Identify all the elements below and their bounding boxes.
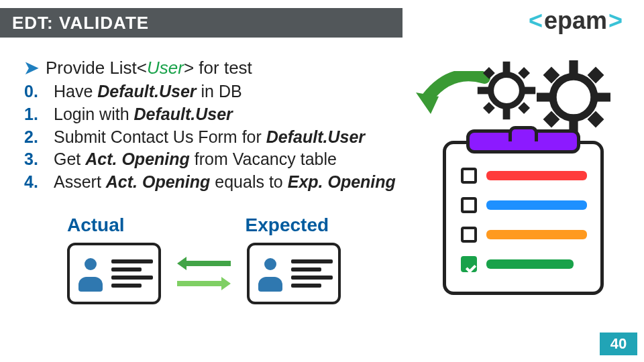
step-text: Assert Act. Opening equals to Exp. Openi… — [54, 171, 400, 194]
clip-item-1 — [461, 167, 587, 184]
clipboard-icon — [443, 141, 604, 295]
svg-rect-8 — [483, 67, 495, 79]
step-number: 4. — [24, 171, 54, 194]
svg-rect-17 — [596, 93, 610, 101]
slide-title-bar: EDT: VALIDATE — [0, 8, 402, 38]
svg-marker-0 — [177, 257, 231, 270]
step-text: Login with Default.User — [54, 103, 400, 126]
clipboard-tab — [466, 129, 580, 154]
compare-graphic — [67, 243, 341, 304]
step-row: 1. Login with Default.User — [24, 103, 400, 126]
step-number: 0. — [24, 80, 54, 103]
compare-labels: Actual Expected — [67, 215, 329, 236]
svg-rect-10 — [483, 102, 495, 114]
bullet-pre: Provide List< — [46, 58, 147, 78]
step-number: 3. — [24, 148, 54, 171]
svg-rect-16 — [537, 93, 551, 101]
angle-right-icon: > — [608, 7, 623, 35]
step-row: 0. Have Default.User in DB — [24, 80, 400, 103]
swap-arrows-icon — [177, 255, 231, 292]
svg-rect-11 — [518, 102, 530, 114]
svg-rect-14 — [569, 60, 578, 75]
card-lines-icon — [111, 259, 153, 288]
step-text: Get Act. Opening from Vacancy table — [54, 148, 400, 171]
svg-rect-6 — [478, 87, 488, 95]
bullet-generic: User — [147, 58, 184, 78]
svg-rect-5 — [503, 109, 511, 119]
actual-label: Actual — [67, 215, 125, 236]
svg-rect-7 — [525, 87, 535, 95]
step-row: 3. Get Act. Opening from Vacancy table — [24, 148, 400, 171]
step-row: 2. Submit Contact Us Form for Default.Us… — [24, 126, 400, 149]
id-card-actual — [67, 243, 161, 304]
avatar-icon — [75, 254, 106, 293]
avatar-icon — [255, 254, 286, 293]
step-number: 2. — [24, 126, 54, 149]
gears-icon — [476, 60, 610, 134]
svg-point-12 — [499, 83, 514, 98]
card-lines-icon — [291, 259, 333, 288]
expected-label: Expected — [246, 215, 329, 236]
svg-point-22 — [564, 88, 584, 107]
clip-item-2 — [461, 196, 587, 214]
clip-item-4-checked — [461, 255, 574, 273]
svg-rect-9 — [518, 67, 530, 79]
step-row: 4. Assert Act. Opening equals to Exp. Op… — [24, 171, 400, 194]
bullet-post: > for test — [184, 58, 252, 78]
step-text: Have Default.User in DB — [54, 80, 400, 103]
checklist-graphic — [416, 67, 617, 295]
bullet-heading: ➤ Provide List<User> for test — [24, 58, 252, 78]
id-card-expected — [247, 243, 341, 304]
page-number: 40 — [600, 333, 637, 355]
logo-text: epam — [544, 7, 607, 35]
step-number: 1. — [24, 103, 54, 126]
svg-marker-1 — [177, 277, 231, 290]
svg-rect-4 — [503, 62, 511, 72]
angle-left-icon: < — [529, 7, 543, 35]
epam-logo: < epam > — [527, 7, 624, 35]
steps-list: 0. Have Default.User in DB 1. Login with… — [24, 80, 400, 194]
clip-item-3 — [461, 226, 587, 243]
slide-title: EDT: VALIDATE — [12, 13, 149, 34]
chevron-right-icon: ➤ — [24, 58, 39, 78]
step-text: Submit Contact Us Form for Default.User — [54, 126, 400, 149]
